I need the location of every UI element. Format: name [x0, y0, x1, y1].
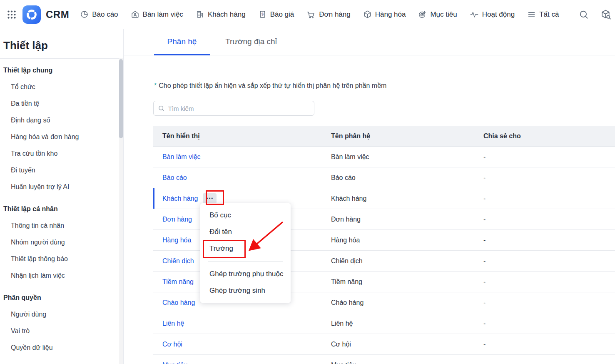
menu-item-truong[interactable]: Trường	[200, 240, 291, 257]
nav-label: Hoạt động	[482, 10, 515, 19]
cube-icon	[363, 10, 372, 19]
sidebar-item-tra-cuu-ton-kho[interactable]: Tra cứu tồn kho	[0, 145, 117, 162]
nav-item-hoat-dong[interactable]: Hoạt động	[470, 10, 515, 19]
search-input-icon	[158, 105, 165, 112]
building-icon	[196, 10, 204, 19]
row-link[interactable]: Chiến dịch	[162, 257, 194, 265]
row-link[interactable]: Hàng hóa	[162, 237, 191, 244]
nav-item-hang-hoa[interactable]: Hàng hóa	[363, 10, 406, 19]
note-asterisk: *	[154, 82, 157, 89]
sidebar-section-thiet-lap-chung: Thiết lập chung	[0, 62, 117, 79]
nav-item-tat-ca[interactable]: Tất cả	[527, 10, 559, 19]
activity-icon	[470, 10, 479, 19]
row-link[interactable]: Liên hệ	[162, 320, 184, 327]
menu-item-doi-ten[interactable]: Đổi tên	[200, 224, 291, 240]
menu-item-bo-cuc[interactable]: Bố cục	[200, 207, 291, 224]
table-header-row: Tên hiển thị Tên phân hệ Chia sẻ cho	[153, 126, 615, 147]
nav-label: Báo giá	[270, 10, 294, 19]
pie-chart-icon	[80, 10, 89, 19]
menu-item-ghep-truong-sinh[interactable]: Ghép trường sinh	[200, 282, 291, 299]
table-row: Bàn làm việc Bàn làm việc -	[153, 147, 615, 167]
row-link[interactable]: Chào hàng	[162, 299, 195, 307]
navbar-right-icons	[578, 9, 613, 20]
svg-text:$: $	[261, 12, 264, 16]
nav-label: Bàn làm việc	[143, 10, 183, 19]
apps-grid-icon[interactable]	[4, 7, 19, 22]
sidebar-item-thiet-lap-thong-bao[interactable]: Thiết lập thông báo	[0, 251, 117, 267]
row-link[interactable]: Cơ hội	[162, 341, 182, 348]
nav-label: Đơn hàng	[319, 10, 350, 19]
row-link[interactable]: Khách hàng	[162, 195, 198, 202]
sidebar-item-dinh-dang-so[interactable]: Định dạng số	[0, 112, 117, 129]
sidebar-section-phan-quyen: Phân quyền	[0, 289, 117, 306]
menu-item-ghep-truong-phu-thuoc[interactable]: Ghép trường phụ thuộc	[200, 266, 291, 282]
nav-item-bao-gia[interactable]: $ Báo giá	[258, 10, 294, 19]
table-row: Mục tiêu Mục tiêu -	[153, 355, 615, 364]
row-link[interactable]: Bàn làm việc	[162, 153, 201, 161]
brand-name: CRM	[46, 9, 69, 20]
sidebar-item-nhan-lich-lam-viec[interactable]: Nhận lịch làm việc	[0, 267, 117, 284]
nav-item-ban-lam-viec[interactable]: Bàn làm việc	[131, 10, 183, 19]
ellipsis-icon: ⋯	[206, 195, 214, 202]
sidebar-item-vai-tro[interactable]: Vai trò	[0, 323, 117, 339]
nav-label: Khách hàng	[208, 10, 246, 19]
nav-item-bao-cao[interactable]: Báo cáo	[80, 10, 118, 19]
quote-icon: $	[258, 10, 267, 19]
sidebar-item-nhom-nguoi-dung[interactable]: Nhóm người dùng	[0, 234, 117, 251]
nav-item-muc-tieu[interactable]: Mục tiêu	[418, 10, 457, 19]
table-row: Báo cáo Báo cáo -	[153, 167, 615, 188]
row-link[interactable]: Mục tiêu	[162, 362, 187, 364]
crm-settings-page: CRM Báo cáo Bàn làm việc Khách hàng	[0, 0, 615, 364]
workspace-icon	[131, 10, 139, 19]
sidebar-item-di-tuyen[interactable]: Đi tuyến	[0, 162, 117, 179]
nav-label: Hàng hóa	[375, 10, 406, 19]
sidebar-item-to-chuc[interactable]: Tổ chức	[0, 79, 117, 95]
sidebar-item-thong-tin-ca-nhan[interactable]: Thông tin cá nhân	[0, 217, 117, 234]
col-header-module-name: Tên phân hệ	[322, 132, 474, 140]
sidebar-item-da-tien-te[interactable]: Đa tiền tệ	[0, 95, 117, 112]
col-header-share: Chia sẻ cho	[474, 132, 615, 140]
row-link[interactable]: Tiềm năng	[162, 278, 194, 286]
note-text: Cho phép thiết lập ẩn hiện và sắp xếp th…	[159, 82, 386, 89]
search-icon[interactable]	[578, 9, 589, 20]
module-search-box	[153, 101, 314, 116]
sidebar-item-hang-hoa-va-don-hang[interactable]: Hàng hóa và đơn hàng	[0, 129, 117, 145]
sidebar-scrollbar-thumb[interactable]	[119, 59, 123, 138]
row-actions-button[interactable]: ⋯	[203, 193, 217, 204]
cart-icon	[306, 10, 316, 19]
main-content: Phân hệ Trường địa chỉ *Cho phép thiết l…	[124, 29, 615, 364]
nav-label: Mục tiêu	[430, 10, 457, 19]
nav-label: Báo cáo	[92, 10, 118, 19]
row-link[interactable]: Đơn hàng	[162, 216, 192, 223]
target-icon	[418, 10, 427, 19]
tab-bar: Phân hệ Trường địa chỉ	[124, 29, 615, 55]
top-navbar: CRM Báo cáo Bàn làm việc Khách hàng	[0, 0, 615, 29]
sidebar-item-nguoi-dung[interactable]: Người dùng	[0, 306, 117, 323]
sidebar-divider	[0, 58, 123, 59]
menu-divider	[208, 261, 283, 262]
tab-truong-dia-chi[interactable]: Trường địa chỉ	[223, 29, 279, 55]
table-row: Liên hệ Liên hệ -	[153, 313, 615, 334]
row-link[interactable]: Báo cáo	[162, 174, 187, 182]
list-icon	[527, 10, 536, 19]
sidebar-item-huan-luyen-tro-ly-ai[interactable]: Huấn luyện trợ lý AI	[0, 179, 117, 195]
table-row: Cơ hội Cơ hội -	[153, 334, 615, 355]
module-note: *Cho phép thiết lập ẩn hiện và sắp xếp t…	[154, 82, 386, 90]
nav-item-don-hang[interactable]: Đơn hàng	[306, 10, 350, 19]
sidebar-title: Thiết lập	[0, 29, 123, 52]
tab-phan-he[interactable]: Phân hệ	[154, 29, 210, 55]
nav-label: Tất cả	[539, 10, 559, 19]
nav-item-khach-hang[interactable]: Khách hàng	[196, 10, 246, 19]
sidebar-item-quyen-du-lieu[interactable]: Quyền dữ liệu	[0, 339, 117, 356]
crm-logo[interactable]	[22, 5, 41, 24]
settings-sidebar: Thiết lập Thiết lập chung Tổ chức Đa tiề…	[0, 29, 124, 364]
sidebar-nav: Thiết lập chung Tổ chức Đa tiền tệ Định …	[0, 62, 117, 356]
col-header-display-name: Tên hiển thị	[153, 132, 322, 140]
search-input[interactable]	[168, 105, 310, 112]
row-context-menu: Bố cục Đổi tên Trường Ghép trường phụ th…	[200, 203, 291, 303]
sidebar-section-thiet-lap-ca-nhan: Thiết lập cá nhân	[0, 201, 117, 217]
nav-items: Báo cáo Bàn làm việc Khách hàng $	[80, 10, 571, 19]
package-search-icon[interactable]	[600, 9, 612, 20]
